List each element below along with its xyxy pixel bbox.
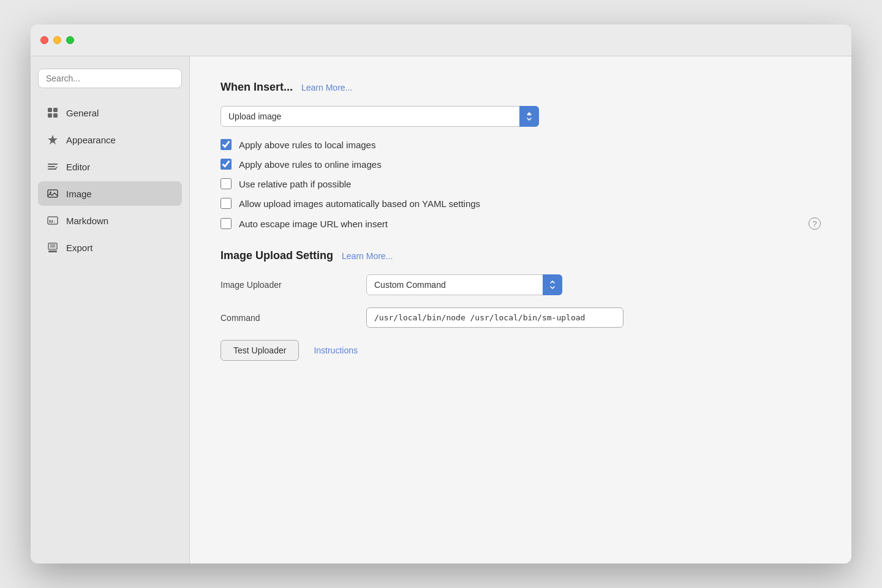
when-insert-learn-more[interactable]: Learn More... [301,83,352,92]
svg-rect-0 [48,108,52,112]
app-window: General Appearance [31,24,851,564]
svg-rect-8 [48,190,58,197]
uploader-dropdown-wrapper: Custom Command SM.MS GitHub Imgur [366,274,562,295]
image-icon [47,187,59,200]
svg-text:M↓: M↓ [49,219,56,224]
upload-type-row: Upload image Copy to folder Keep origina… [221,106,821,127]
maximize-button[interactable] [66,36,74,44]
checkbox-online-label: Apply above rules to online images [239,159,382,170]
command-label: Command [221,313,355,323]
svg-rect-2 [48,113,52,118]
markdown-icon: M↓ [47,214,59,227]
sidebar-item-label: Export [66,243,92,253]
svg-marker-4 [48,135,58,145]
grid-icon [47,107,59,119]
help-icon[interactable]: ? [809,217,821,230]
checkbox-escape-input[interactable] [221,218,232,229]
checkbox-escape[interactable]: Auto escape image URL when insert [221,218,809,229]
image-upload-header: Image Upload Setting Learn More... [221,249,821,262]
close-button[interactable] [40,36,48,44]
checkbox-yaml-input[interactable] [221,198,232,209]
appearance-icon [47,134,59,146]
sidebar-item-label: General [66,108,99,118]
sidebar-item-label: Markdown [66,216,108,226]
upload-type-dropdown-wrapper: Upload image Copy to folder Keep origina… [221,106,539,127]
checkbox-online-input[interactable] [221,159,232,170]
test-uploader-button[interactable]: Test Uploader [221,340,299,361]
minimize-button[interactable] [53,36,61,44]
uploader-row: Image Uploader Custom Command SM.MS GitH… [221,274,821,295]
sidebar-item-label: Appearance [66,135,116,145]
checkbox-escape-label: Auto escape image URL when insert [239,219,388,229]
checkbox-local-input[interactable] [221,139,232,150]
main-content: When Insert... Learn More... Upload imag… [190,56,851,564]
instructions-link[interactable]: Instructions [314,345,358,355]
sidebar-item-image[interactable]: Image [38,181,182,206]
titlebar [31,24,851,56]
image-upload-title: Image Upload Setting [221,249,333,262]
sidebar-item-appearance[interactable]: Appearance [38,127,182,152]
command-row: Command [221,307,821,328]
content-area: General Appearance [31,56,851,564]
sidebar-item-export[interactable]: Export [38,235,182,260]
checkbox-relative-input[interactable] [221,178,232,189]
svg-rect-13 [48,251,57,252]
sidebar-item-markdown[interactable]: M↓ Markdown [38,208,182,233]
when-insert-title: When Insert... [221,81,293,94]
checkbox-local[interactable]: Apply above rules to local images [221,139,821,150]
checkbox-relative[interactable]: Use relative path if possible [221,178,821,189]
checkbox-relative-label: Use relative path if possible [239,179,351,189]
sidebar-item-editor[interactable]: Editor [38,154,182,179]
bottom-row: Test Uploader Instructions [221,340,821,361]
checkbox-local-label: Apply above rules to local images [239,140,375,150]
checkbox-online[interactable]: Apply above rules to online images [221,159,821,170]
checkbox-list: Apply above rules to local images Apply … [221,139,821,230]
command-input[interactable] [366,307,624,328]
editor-icon [47,160,59,173]
checkbox-yaml-label: Allow upload images automatically based … [239,198,480,209]
svg-rect-3 [53,113,58,118]
upload-type-select[interactable]: Upload image Copy to folder Keep origina… [221,106,539,127]
image-upload-learn-more[interactable]: Learn More... [342,251,393,261]
sidebar-item-label: Editor [66,162,90,172]
svg-rect-1 [53,108,58,112]
search-input[interactable] [38,69,182,88]
svg-rect-12 [48,243,57,249]
sidebar: General Appearance [31,56,190,564]
uploader-label: Image Uploader [221,280,355,290]
export-icon [47,241,59,254]
sidebar-item-label: Image [66,189,92,199]
svg-point-9 [50,192,51,194]
when-insert-header: When Insert... Learn More... [221,81,821,94]
sidebar-item-general[interactable]: General [38,100,182,125]
checkbox-yaml[interactable]: Allow upload images automatically based … [221,198,821,209]
uploader-select[interactable]: Custom Command SM.MS GitHub Imgur [366,274,562,295]
